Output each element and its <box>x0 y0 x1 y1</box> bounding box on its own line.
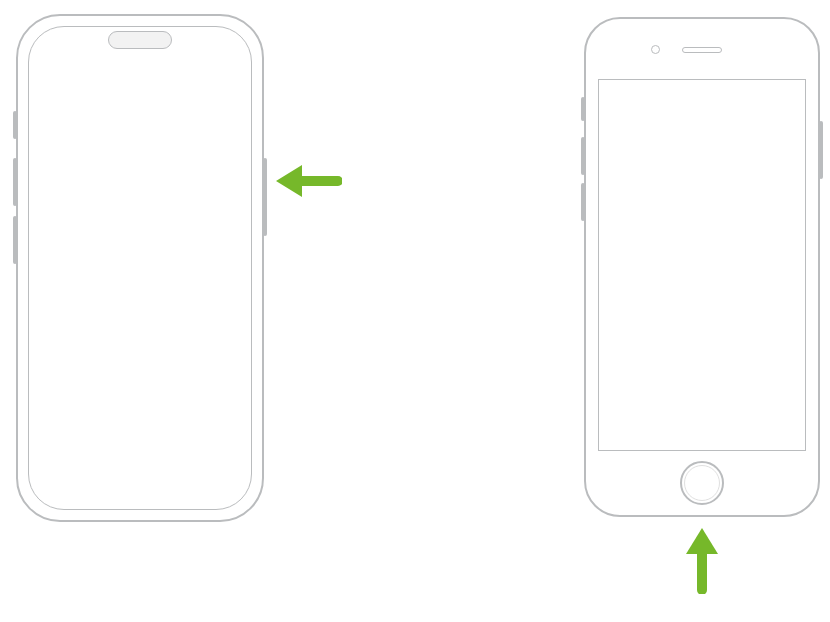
mute-switch <box>13 111 17 139</box>
front-camera-icon <box>651 45 660 54</box>
volume-down-button <box>581 183 585 221</box>
arrow-head <box>276 165 302 197</box>
home-button <box>680 461 724 505</box>
volume-up-button <box>581 137 585 175</box>
iphone-classic <box>584 17 820 517</box>
speaker-icon <box>682 47 722 53</box>
side-button <box>263 158 267 236</box>
arrow-side-button-icon <box>272 156 342 206</box>
side-button <box>819 121 823 179</box>
iphone-modern <box>16 14 264 522</box>
arrow-head <box>686 528 718 554</box>
dynamic-island-icon <box>108 31 172 49</box>
arrow-home-button-icon <box>677 524 727 594</box>
volume-down-button <box>13 216 17 264</box>
diagram-canvas <box>0 0 830 622</box>
iphone-modern-screen <box>28 26 252 510</box>
mute-switch <box>581 97 585 121</box>
volume-up-button <box>13 158 17 206</box>
iphone-classic-screen <box>598 79 806 451</box>
